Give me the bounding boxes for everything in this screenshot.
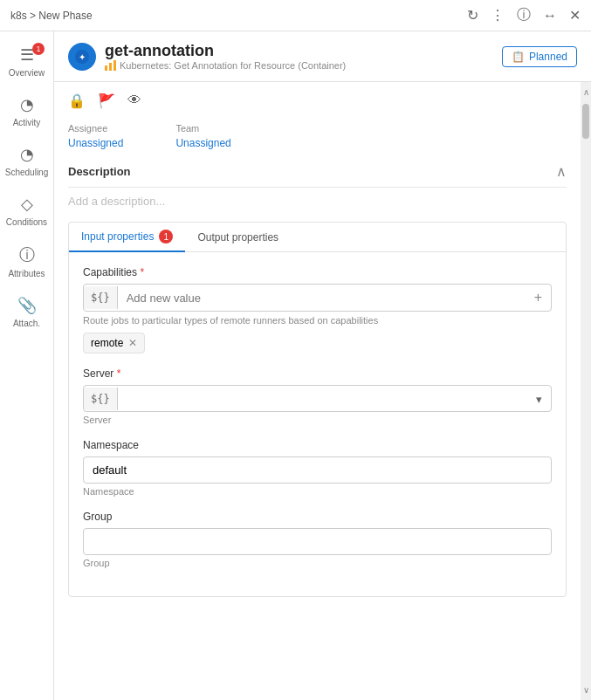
lock-icon[interactable]: 🔒 (68, 93, 86, 109)
capabilities-field: Capabilities * ${} + Route jobs to parti… (83, 266, 552, 353)
attributes-icon: ⓘ (19, 244, 35, 265)
tab-output-properties[interactable]: Output properties (185, 223, 291, 251)
namespace-field: Namespace Namespace (83, 439, 552, 497)
tag-value: remote (91, 337, 123, 349)
namespace-input[interactable] (83, 456, 552, 484)
team-col: Team Unassigned (175, 123, 230, 149)
server-select-wrapper (118, 386, 551, 411)
description-section: Description ∧ Add a description... (68, 163, 567, 208)
capabilities-add-btn[interactable]: + (526, 285, 551, 311)
planned-icon: 📋 (512, 51, 525, 63)
group-sublabel: Group (83, 558, 552, 568)
sidebar-item-overview[interactable]: ☰ 1 Overview (0, 38, 53, 85)
sidebar-item-scheduling[interactable]: ◔ Scheduling (0, 138, 53, 184)
namespace-sublabel: Namespace (83, 486, 552, 497)
close-icon[interactable]: ✕ (569, 7, 581, 24)
tab-output-label: Output properties (197, 231, 278, 244)
sidebar-item-attach-label: Attach. (13, 319, 40, 328)
planned-label: Planned (529, 51, 567, 63)
sidebar-item-overview-label: Overview (9, 68, 45, 78)
sidebar-item-conditions-label: Conditions (6, 217, 47, 227)
sidebar-item-attributes-label: Attributes (8, 269, 45, 278)
panel-title-block: get-annotation Kubernetes: Get Annotatio… (105, 42, 346, 71)
sidebar-item-scheduling-label: Scheduling (5, 168, 48, 177)
main-layout: ☰ 1 Overview ◔ Activity ◔ Scheduling ◇ C… (0, 31, 591, 700)
server-label: Server * (83, 367, 552, 380)
capabilities-hint: Route jobs to particular types of remote… (83, 315, 552, 326)
description-collapse-icon[interactable]: ∧ (556, 163, 567, 180)
assignee-team-row: Assignee Unassigned Team Unassigned (68, 123, 567, 149)
tab-input-label: Input properties (81, 230, 154, 243)
content-area: ✦ get-annotation Kubernetes: Get Annotat… (54, 31, 591, 700)
server-input-group: ${} (83, 385, 552, 412)
group-input[interactable] (83, 528, 552, 555)
description-title: Description (68, 165, 131, 178)
icon-row: 🔒 🚩 👁 (68, 93, 567, 109)
group-field: Group Group (83, 511, 552, 568)
sidebar-item-attach[interactable]: 📎 Attach. (0, 289, 53, 335)
capabilities-tag: remote ✕ (83, 333, 145, 353)
tabs-content: Capabilities * ${} + Route jobs to parti… (69, 252, 566, 596)
scroll-content: 🔒 🚩 👁 Assignee Unassigned Team Unassigne… (54, 82, 581, 700)
team-value[interactable]: Unassigned (175, 137, 230, 149)
activity-icon: ◔ (20, 95, 34, 114)
more-icon[interactable]: ⋮ (491, 7, 505, 24)
server-required: * (117, 367, 121, 380)
assignee-value[interactable]: Unassigned (68, 137, 123, 149)
assignee-label: Assignee (68, 123, 123, 134)
description-header: Description ∧ (68, 163, 567, 188)
server-sublabel: Server (83, 415, 552, 425)
required-marker: * (140, 266, 144, 278)
breadcrumb: k8s > New Phase (10, 10, 93, 22)
planned-badge[interactable]: 📋 Planned (502, 46, 577, 67)
scrollbar-up-btn[interactable]: ∧ (580, 84, 592, 100)
sidebar-item-activity-label: Activity (13, 118, 41, 127)
panel-title: get-annotation (105, 42, 346, 60)
server-prefix: ${} (84, 388, 118, 410)
attach-icon: 📎 (17, 296, 37, 315)
server-select[interactable] (118, 386, 551, 411)
title-bar-actions: ↻ ⋮ ⓘ ↔ ✕ (467, 6, 581, 24)
namespace-label: Namespace (83, 439, 552, 451)
capabilities-input-group: ${} + (83, 284, 552, 312)
scrollbar-track (582, 100, 589, 682)
capabilities-input[interactable] (118, 286, 526, 310)
panel-header-left: ✦ get-annotation Kubernetes: Get Annotat… (68, 42, 346, 71)
overview-badge: 1 (32, 43, 45, 55)
properties-tabs: Input properties 1 Output properties Cap… (68, 222, 567, 597)
capabilities-label: Capabilities * (83, 266, 552, 278)
sidebar-item-attributes[interactable]: ⓘ Attributes (0, 237, 53, 285)
panel-header: ✦ get-annotation Kubernetes: Get Annotat… (54, 31, 591, 82)
tab-input-properties[interactable]: Input properties 1 (69, 223, 185, 252)
eye-icon[interactable]: 👁 (127, 93, 141, 109)
tabs-header: Input properties 1 Output properties (69, 223, 566, 252)
conditions-icon: ◇ (21, 195, 33, 214)
tag-remove-btn[interactable]: ✕ (128, 337, 137, 349)
panel-subtitle: Kubernetes: Get Annotation for Resource … (105, 60, 346, 71)
scrollbar-down-btn[interactable]: ∨ (580, 682, 592, 698)
info-icon[interactable]: ⓘ (517, 6, 531, 24)
title-bar: k8s > New Phase ↻ ⋮ ⓘ ↔ ✕ (0, 0, 591, 31)
expand-icon[interactable]: ↔ (543, 8, 557, 24)
assignee-col: Assignee Unassigned (68, 123, 123, 149)
team-label: Team (175, 123, 230, 134)
svg-text:✦: ✦ (79, 52, 86, 62)
flag-icon[interactable]: 🚩 (98, 93, 115, 109)
group-label: Group (83, 511, 552, 523)
description-placeholder[interactable]: Add a description... (68, 195, 567, 208)
server-field: Server * ${} Se (83, 367, 552, 425)
sidebar-item-activity[interactable]: ◔ Activity (0, 88, 53, 134)
scrollbar-thumb[interactable] (582, 104, 589, 139)
refresh-icon[interactable]: ↻ (467, 7, 478, 24)
capabilities-prefix: ${} (84, 286, 118, 309)
subtitle-bars-icon (105, 60, 116, 71)
breadcrumb-text: k8s > New Phase (10, 10, 93, 22)
panel-icon: ✦ (68, 43, 96, 71)
sidebar: ☰ 1 Overview ◔ Activity ◔ Scheduling ◇ C… (0, 31, 54, 700)
input-badge: 1 (159, 230, 173, 244)
scheduling-icon: ◔ (20, 145, 34, 164)
panel-subtitle-text: Kubernetes: Get Annotation for Resource … (120, 60, 346, 71)
sidebar-item-conditions[interactable]: ◇ Conditions (0, 188, 53, 234)
right-scrollbar: ∧ ∨ (581, 82, 591, 700)
